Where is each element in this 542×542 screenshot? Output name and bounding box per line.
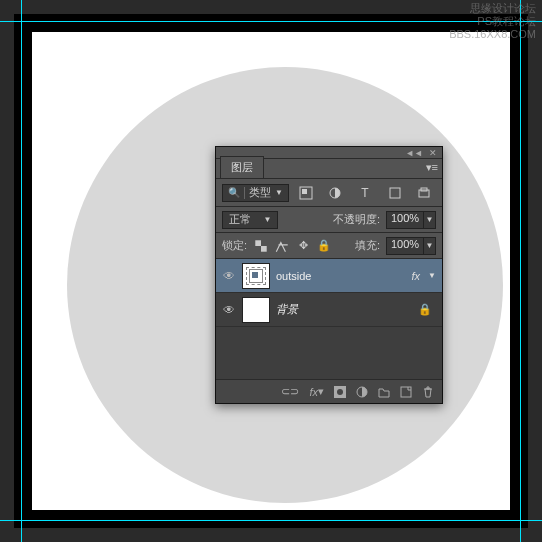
lock-icon: 🔒 (418, 303, 432, 316)
opacity-label: 不透明度: (333, 212, 380, 227)
svg-rect-11 (401, 387, 411, 397)
mask-icon[interactable] (334, 386, 346, 398)
filter-kind-label: 类型 (249, 185, 271, 200)
lock-position-icon[interactable]: ✥ (295, 238, 311, 254)
filter-row: 🔍 类型 ▼ T (216, 179, 442, 207)
group-icon[interactable] (378, 386, 390, 398)
layer-thumbnail[interactable] (242, 263, 270, 289)
trash-icon[interactable] (422, 386, 434, 398)
fill-field[interactable]: 100% ▼ (386, 237, 436, 255)
panel-footer: ⊂⊃ fx▾ (216, 379, 442, 403)
layer-thumbnail[interactable] (242, 297, 270, 323)
layer-row[interactable]: 👁 背景 🔒 (216, 293, 442, 327)
watermark: 思缘设计论坛 PS教程论坛 BBS.16XX8.COM (449, 2, 536, 42)
layer-name[interactable]: 背景 (276, 302, 412, 317)
chevron-down-icon: ▼ (275, 188, 283, 197)
layers-list: 👁 outside fx ▼ 👁 背景 🔒 (216, 259, 442, 379)
opacity-value[interactable]: 100% (386, 211, 424, 229)
lock-label: 锁定: (222, 238, 247, 253)
filter-adjustment-icon[interactable] (328, 186, 342, 200)
collapse-icon[interactable]: ◄◄ (405, 148, 423, 158)
lock-all-icon[interactable]: 🔒 (316, 238, 332, 254)
tab-layers[interactable]: 图层 (220, 156, 264, 178)
layer-row[interactable]: 👁 outside fx ▼ (216, 259, 442, 293)
fx-menu-icon[interactable]: fx▾ (309, 385, 324, 398)
lock-icons: ✥ 🔒 (253, 238, 332, 254)
svg-point-9 (337, 389, 343, 395)
layers-panel: ◄◄ ✕ 图层 ▾≡ 🔍 类型 ▼ T 正常 ▼ 不透明度: 100% ▼ (215, 146, 443, 404)
blend-mode-value: 正常 (229, 212, 251, 227)
adjustment-icon[interactable] (356, 386, 368, 398)
fill-value[interactable]: 100% (386, 237, 424, 255)
guide-horizontal-bottom[interactable] (0, 520, 542, 521)
blend-opacity-row: 正常 ▼ 不透明度: 100% ▼ (216, 207, 442, 233)
filter-type-icons: T (294, 186, 436, 200)
new-layer-icon[interactable] (400, 386, 412, 398)
opacity-field[interactable]: 100% ▼ (386, 211, 436, 229)
svg-rect-1 (302, 189, 307, 194)
visibility-icon[interactable]: 👁 (222, 269, 236, 283)
link-layers-icon[interactable]: ⊂⊃ (281, 385, 299, 398)
chevron-down-icon[interactable]: ▼ (428, 271, 436, 280)
close-icon[interactable]: ✕ (429, 148, 437, 158)
chevron-down-icon: ▼ (264, 215, 272, 224)
fx-indicator[interactable]: fx (412, 270, 421, 282)
lock-fill-row: 锁定: ✥ 🔒 填充: 100% ▼ (216, 233, 442, 259)
lock-pixels-icon[interactable] (274, 238, 290, 254)
filter-pixel-icon[interactable] (299, 186, 313, 200)
guide-vertical-right[interactable] (520, 0, 521, 542)
layer-name[interactable]: outside (276, 270, 406, 282)
fill-label: 填充: (355, 238, 380, 253)
filter-smart-icon[interactable] (417, 186, 431, 200)
chevron-down-icon[interactable]: ▼ (424, 237, 436, 255)
panel-menu-icon[interactable]: ▾≡ (426, 161, 438, 174)
svg-rect-6 (255, 240, 261, 246)
blend-mode-select[interactable]: 正常 ▼ (222, 211, 278, 229)
visibility-icon[interactable]: 👁 (222, 303, 236, 317)
guide-vertical-left[interactable] (21, 0, 22, 542)
search-icon: 🔍 (228, 187, 240, 198)
svg-rect-3 (390, 188, 400, 198)
panel-tabs: 图层 (216, 159, 442, 179)
separator (244, 187, 245, 199)
svg-rect-7 (261, 246, 267, 252)
filter-type-icon[interactable]: T (358, 186, 372, 200)
filter-kind-select[interactable]: 🔍 类型 ▼ (222, 184, 289, 202)
lock-transparency-icon[interactable] (253, 238, 269, 254)
filter-shape-icon[interactable] (388, 186, 402, 200)
chevron-down-icon[interactable]: ▼ (424, 211, 436, 229)
